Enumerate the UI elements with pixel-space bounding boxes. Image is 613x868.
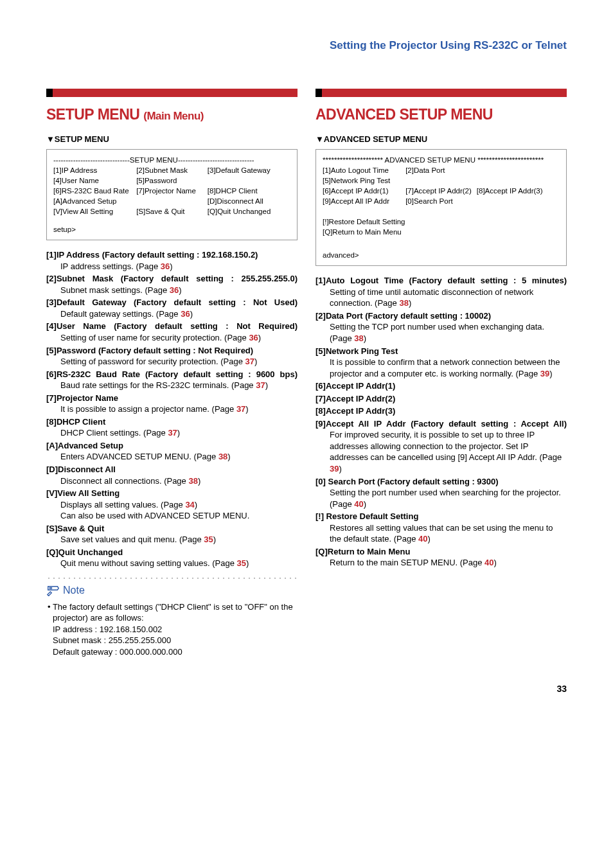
cell: [0]Search Port <box>405 196 477 206</box>
note-line: Default gateway : 000.000.000.000 <box>53 646 298 658</box>
list-item: [1]Auto Logout Time (Factory default set… <box>315 275 567 309</box>
list-item: [D]Disconnect AllDisconnect all connecti… <box>46 464 298 486</box>
cell: [2]Data Port <box>405 165 477 175</box>
right-subheading: ▼ADVANCED SETUP MENU <box>315 134 567 145</box>
page-ref[interactable]: 37 <box>245 357 254 366</box>
terminal-prompt: advanced> <box>323 250 560 260</box>
page-ref[interactable]: 38 <box>354 333 363 343</box>
item-heading: [1]Auto Logout Time (Factory default set… <box>315 275 567 287</box>
item-heading: [2]Data Port (Factory default setting : … <box>330 310 567 322</box>
page-ref[interactable]: 40 <box>418 534 427 544</box>
item-body: Save set values and quit menu. (Page 35) <box>60 534 298 545</box>
terminal-row: [1]IP Address[2]Subnet Mask[3]Default Ga… <box>53 165 290 175</box>
item-heading: [2]Subnet Mask (Factory default setting … <box>46 273 298 285</box>
page-ref[interactable]: 34 <box>185 500 194 509</box>
list-item: [9]Accept All IP Addr (Factory default s… <box>315 418 567 475</box>
page-ref[interactable]: 37 <box>256 380 265 390</box>
item-heading: [8]Accept IP Addr(3) <box>330 405 567 417</box>
cell <box>477 175 560 186</box>
page-ref[interactable]: 35 <box>237 558 246 568</box>
cell: [2]Subnet Mask <box>136 165 208 175</box>
terminal-row: [6]Accept IP Addr(1)[7]Accept IP Addr(2)… <box>323 186 560 196</box>
page-ref[interactable]: 38 <box>218 452 227 461</box>
note-label-text: Note <box>63 583 85 598</box>
item-heading: [5]Network Ping Test <box>330 346 567 357</box>
item-body: Displays all setting values. (Page 34) <box>60 499 298 511</box>
list-item: [S]Save & QuitSave set values and quit m… <box>46 523 298 545</box>
page-ref[interactable]: 40 <box>484 558 493 567</box>
list-item: [Q]Quit UnchangedQuit menu without savin… <box>46 547 298 569</box>
page-ref[interactable]: 39 <box>330 464 339 474</box>
page-ref[interactable]: 36 <box>181 309 190 319</box>
right-section-title: ADVANCED SETUP MENU <box>315 105 567 125</box>
item-heading: [9]Accept All IP Addr (Factory default s… <box>315 418 567 430</box>
list-item: [7]Projector NameIt is possible to assig… <box>46 393 298 415</box>
left-terminal: -------------------------------SETUP MEN… <box>46 149 298 241</box>
page-ref[interactable]: 39 <box>540 369 549 378</box>
cell: [7]Accept IP Addr(2) <box>405 186 477 196</box>
page-ref[interactable]: 37 <box>236 404 245 414</box>
page-ref[interactable]: 38 <box>188 476 197 486</box>
terminal-row: [1]Auto Logout Time[2]Data Port <box>323 165 560 175</box>
left-items: [1]IP Address (Factory default setting :… <box>46 249 298 569</box>
item-heading: [!] Restore Default Setting <box>330 511 567 522</box>
page-ref[interactable]: 36 <box>249 333 258 342</box>
item-body: Default gateway settings. (Page 36) <box>60 308 298 320</box>
cell: [1]IP Address <box>53 165 136 175</box>
cell: [7]Projector Name <box>136 186 208 196</box>
item-heading: [3]Default Gateway (Factory default sett… <box>46 297 298 308</box>
page-ref[interactable]: 40 <box>354 499 363 509</box>
list-item: [8]DHCP ClientDHCP Client settings. (Pag… <box>46 416 298 439</box>
note-box: Note • The factory default settings ("DH… <box>46 577 298 657</box>
item-body: Setting of password for security protect… <box>60 356 298 368</box>
list-item: [A]Advanced SetupEnters ADVANCED SETUP M… <box>46 440 298 463</box>
pencil-icon <box>46 585 60 596</box>
note-line: Subnet mask : 255.255.255.000 <box>53 635 298 646</box>
item-heading: [8]DHCP Client <box>60 416 298 428</box>
item-heading: [V]View All Setting <box>60 488 298 499</box>
item-body: It is possible to assign a projector nam… <box>60 403 298 415</box>
note-rule <box>46 577 298 580</box>
item-body: Disconnect all connections. (Page 38) <box>60 475 298 487</box>
right-terminal: ********************* ADVANCED SETUP MEN… <box>315 149 567 267</box>
list-item: [5]Password (Factory default setting : N… <box>46 345 298 368</box>
cell: [8]Accept IP Addr(3) <box>477 186 560 196</box>
list-item: [V]View All SettingDisplays all setting … <box>46 488 298 522</box>
item-body: Quit menu without saving setting values.… <box>60 558 298 569</box>
item-body: Subnet mask settings. (Page 36) <box>60 285 298 296</box>
item-heading: [0] Search Port (Factory default setting… <box>330 476 567 488</box>
item-body: Setting the TCP port number used when ex… <box>330 321 567 344</box>
cell: [5]Password <box>136 175 208 186</box>
list-item: [6]Accept IP Addr(1) <box>315 380 567 392</box>
cell: [1]Auto Logout Time <box>323 165 405 175</box>
cell: [6]Accept IP Addr(1) <box>323 186 405 196</box>
cell <box>477 196 560 206</box>
left-title-sub: (Main Menu) <box>143 110 204 122</box>
list-item: [6]RS-232C Baud Rate (Factory default se… <box>46 369 298 391</box>
left-section-title: SETUP MENU (Main Menu) <box>46 105 298 125</box>
left-accent-bar <box>46 89 298 97</box>
note-line: IP address : 192.168.150.002 <box>53 624 298 635</box>
left-title-text: SETUP MENU <box>46 106 139 123</box>
terminal-prompt: setup> <box>53 224 290 235</box>
cell: [V]View All Setting <box>53 206 136 217</box>
terminal-line: [!]Restore Default Setting <box>323 217 560 227</box>
left-subheading: ▼SETUP MENU <box>46 134 298 145</box>
page-ref[interactable]: 38 <box>399 298 408 308</box>
list-item: [Q]Return to Main MenuReturn to the main… <box>315 546 567 569</box>
page-ref[interactable]: 36 <box>170 285 179 295</box>
page-ref[interactable]: 36 <box>161 261 170 271</box>
list-item: [8]Accept IP Addr(3) <box>315 405 567 417</box>
page-ref[interactable]: 35 <box>204 535 213 544</box>
list-item: [!] Restore Default SettingRestores all … <box>315 511 567 545</box>
item-body: Setting the port number used when search… <box>330 487 567 509</box>
terminal-rule: ********************* ADVANCED SETUP MEN… <box>323 155 560 165</box>
item-body: IP address settings. (Page 36) <box>60 261 298 272</box>
terminal-row: [4]User Name[5]Password <box>53 175 290 186</box>
item-heading: [7]Accept IP Addr(2) <box>330 393 567 405</box>
columns-wrapper: SETUP MENU (Main Menu) ▼SETUP MENU -----… <box>46 89 567 657</box>
item-heading: [6]RS-232C Baud Rate (Factory default se… <box>46 369 298 380</box>
page-ref[interactable]: 37 <box>168 428 177 438</box>
item-body: Enters ADVANCED SETUP MENU. (Page 38) <box>60 451 298 463</box>
list-item: [7]Accept IP Addr(2) <box>315 393 567 405</box>
